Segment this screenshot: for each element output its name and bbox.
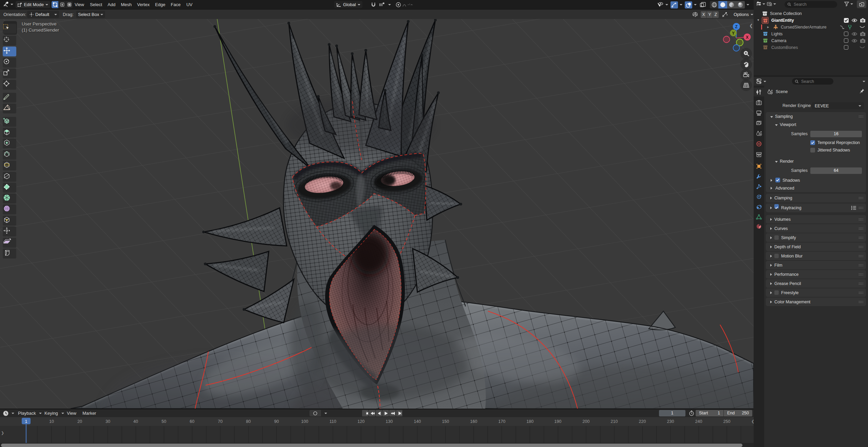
svg-text:170: 170 xyxy=(498,419,506,424)
svg-text:Z: Z xyxy=(735,24,737,29)
svg-text:1: 1 xyxy=(25,419,27,424)
svg-text:160: 160 xyxy=(470,419,477,424)
svg-text:140: 140 xyxy=(414,419,421,424)
svg-text:190: 190 xyxy=(554,419,562,424)
svg-text:X: X xyxy=(746,35,749,40)
svg-text:❮: ❮ xyxy=(751,419,754,424)
svg-text:150: 150 xyxy=(442,419,449,424)
svg-text:20: 20 xyxy=(77,419,82,424)
svg-text:Y: Y xyxy=(732,31,735,36)
svg-text:240: 240 xyxy=(695,419,702,424)
svg-text:200: 200 xyxy=(583,419,590,424)
svg-text:210: 210 xyxy=(611,419,618,424)
svg-text:220: 220 xyxy=(639,419,646,424)
svg-text:130: 130 xyxy=(386,419,393,424)
svg-text:180: 180 xyxy=(527,419,534,424)
svg-text:30: 30 xyxy=(106,419,110,424)
svg-text:110: 110 xyxy=(329,419,336,424)
svg-text:80: 80 xyxy=(246,419,251,424)
svg-text:230: 230 xyxy=(667,419,674,424)
svg-text:60: 60 xyxy=(190,419,194,424)
svg-text:40: 40 xyxy=(133,419,138,424)
svg-text:120: 120 xyxy=(358,419,365,424)
svg-text:50: 50 xyxy=(162,419,166,424)
svg-text:70: 70 xyxy=(218,419,223,424)
svg-text:90: 90 xyxy=(274,419,279,424)
svg-text:10: 10 xyxy=(49,419,54,424)
svg-text:❯: ❯ xyxy=(1,431,4,435)
svg-text:100: 100 xyxy=(301,419,308,424)
svg-text:250: 250 xyxy=(723,419,731,424)
